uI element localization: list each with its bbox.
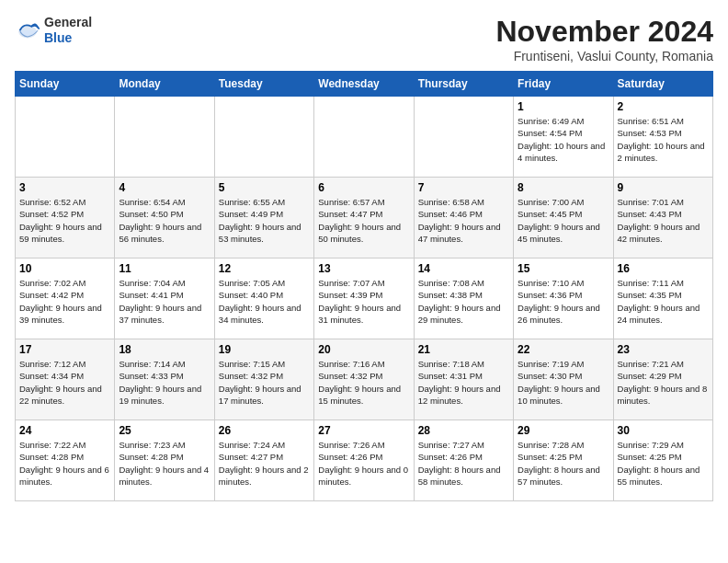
day-number: 25 bbox=[119, 424, 210, 437]
day-number: 5 bbox=[219, 181, 310, 194]
calendar-row: 24Sunrise: 7:22 AM Sunset: 4:28 PM Dayli… bbox=[16, 420, 713, 501]
weekday-header: Tuesday bbox=[214, 72, 313, 97]
day-info: Sunrise: 7:18 AM Sunset: 4:31 PM Dayligh… bbox=[418, 358, 509, 407]
calendar-cell: 2Sunrise: 6:51 AM Sunset: 4:53 PM Daylig… bbox=[613, 97, 712, 178]
day-number: 13 bbox=[318, 262, 409, 275]
day-info: Sunrise: 7:28 AM Sunset: 4:25 PM Dayligh… bbox=[518, 439, 609, 488]
day-number: 26 bbox=[219, 424, 310, 437]
day-info: Sunrise: 7:12 AM Sunset: 4:34 PM Dayligh… bbox=[19, 358, 110, 407]
day-number: 4 bbox=[119, 181, 210, 194]
day-number: 20 bbox=[318, 343, 409, 356]
page-header: General Blue November 2024 Fruntiseni, V… bbox=[15, 15, 713, 63]
day-number: 12 bbox=[219, 262, 310, 275]
calendar-cell: 8Sunrise: 7:00 AM Sunset: 4:45 PM Daylig… bbox=[514, 178, 613, 259]
calendar-row: 17Sunrise: 7:12 AM Sunset: 4:34 PM Dayli… bbox=[16, 339, 713, 420]
day-number: 28 bbox=[418, 424, 509, 437]
day-number: 19 bbox=[219, 343, 310, 356]
calendar-cell: 26Sunrise: 7:24 AM Sunset: 4:27 PM Dayli… bbox=[214, 420, 313, 501]
day-number: 9 bbox=[618, 181, 709, 194]
calendar-cell bbox=[16, 97, 115, 178]
weekday-header: Sunday bbox=[16, 72, 115, 97]
day-number: 11 bbox=[119, 262, 210, 275]
calendar-cell: 23Sunrise: 7:21 AM Sunset: 4:29 PM Dayli… bbox=[613, 339, 712, 420]
day-number: 10 bbox=[19, 262, 110, 275]
calendar-cell: 15Sunrise: 7:10 AM Sunset: 4:36 PM Dayli… bbox=[514, 259, 613, 339]
calendar-cell: 20Sunrise: 7:16 AM Sunset: 4:32 PM Dayli… bbox=[314, 339, 414, 420]
day-info: Sunrise: 6:54 AM Sunset: 4:50 PM Dayligh… bbox=[119, 196, 210, 245]
day-info: Sunrise: 7:26 AM Sunset: 4:26 PM Dayligh… bbox=[318, 439, 409, 488]
month-title: November 2024 bbox=[495, 15, 713, 49]
weekday-header: Saturday bbox=[613, 72, 712, 97]
calendar-cell: 11Sunrise: 7:04 AM Sunset: 4:41 PM Dayli… bbox=[115, 259, 214, 339]
weekday-header: Monday bbox=[115, 72, 214, 97]
day-number: 27 bbox=[318, 424, 409, 437]
title-block: November 2024 Fruntiseni, Vaslui County,… bbox=[495, 15, 713, 63]
day-number: 18 bbox=[119, 343, 210, 356]
calendar-cell: 27Sunrise: 7:26 AM Sunset: 4:26 PM Dayli… bbox=[314, 420, 414, 501]
day-info: Sunrise: 7:11 AM Sunset: 4:35 PM Dayligh… bbox=[618, 277, 709, 326]
calendar-cell: 12Sunrise: 7:05 AM Sunset: 4:40 PM Dayli… bbox=[214, 259, 313, 339]
calendar-cell: 5Sunrise: 6:55 AM Sunset: 4:49 PM Daylig… bbox=[214, 178, 313, 259]
calendar-cell: 19Sunrise: 7:15 AM Sunset: 4:32 PM Dayli… bbox=[214, 339, 313, 420]
day-info: Sunrise: 7:21 AM Sunset: 4:29 PM Dayligh… bbox=[618, 358, 709, 407]
calendar-cell: 9Sunrise: 7:01 AM Sunset: 4:43 PM Daylig… bbox=[613, 178, 712, 259]
logo: General Blue bbox=[15, 15, 92, 46]
calendar-cell bbox=[115, 97, 214, 178]
day-info: Sunrise: 7:29 AM Sunset: 4:25 PM Dayligh… bbox=[618, 439, 709, 488]
calendar-cell: 24Sunrise: 7:22 AM Sunset: 4:28 PM Dayli… bbox=[16, 420, 115, 501]
weekday-header: Friday bbox=[514, 72, 613, 97]
calendar-cell bbox=[214, 97, 313, 178]
day-info: Sunrise: 6:58 AM Sunset: 4:46 PM Dayligh… bbox=[418, 196, 509, 245]
calendar-cell: 10Sunrise: 7:02 AM Sunset: 4:42 PM Dayli… bbox=[16, 259, 115, 339]
day-number: 30 bbox=[618, 424, 709, 437]
calendar-cell: 4Sunrise: 6:54 AM Sunset: 4:50 PM Daylig… bbox=[115, 178, 214, 259]
day-info: Sunrise: 7:15 AM Sunset: 4:32 PM Dayligh… bbox=[219, 358, 310, 407]
calendar-cell: 21Sunrise: 7:18 AM Sunset: 4:31 PM Dayli… bbox=[414, 339, 513, 420]
calendar-cell: 7Sunrise: 6:58 AM Sunset: 4:46 PM Daylig… bbox=[414, 178, 513, 259]
calendar-cell bbox=[314, 97, 414, 178]
day-info: Sunrise: 7:23 AM Sunset: 4:28 PM Dayligh… bbox=[119, 439, 210, 488]
day-number: 16 bbox=[618, 262, 709, 275]
calendar-cell: 18Sunrise: 7:14 AM Sunset: 4:33 PM Dayli… bbox=[115, 339, 214, 420]
calendar-cell: 6Sunrise: 6:57 AM Sunset: 4:47 PM Daylig… bbox=[314, 178, 414, 259]
calendar-cell: 28Sunrise: 7:27 AM Sunset: 4:26 PM Dayli… bbox=[414, 420, 513, 501]
location: Fruntiseni, Vaslui County, Romania bbox=[495, 49, 713, 63]
day-info: Sunrise: 7:16 AM Sunset: 4:32 PM Dayligh… bbox=[318, 358, 409, 407]
day-number: 1 bbox=[518, 100, 609, 113]
day-info: Sunrise: 6:49 AM Sunset: 4:54 PM Dayligh… bbox=[518, 115, 609, 164]
day-info: Sunrise: 6:55 AM Sunset: 4:49 PM Dayligh… bbox=[219, 196, 310, 245]
day-number: 6 bbox=[318, 181, 409, 194]
day-info: Sunrise: 7:08 AM Sunset: 4:38 PM Dayligh… bbox=[418, 277, 509, 326]
calendar-cell: 13Sunrise: 7:07 AM Sunset: 4:39 PM Dayli… bbox=[314, 259, 414, 339]
day-info: Sunrise: 7:07 AM Sunset: 4:39 PM Dayligh… bbox=[318, 277, 409, 326]
logo-general: General bbox=[44, 15, 92, 29]
calendar-row: 3Sunrise: 6:52 AM Sunset: 4:52 PM Daylig… bbox=[16, 178, 713, 259]
logo-icon bbox=[15, 17, 40, 43]
day-info: Sunrise: 7:02 AM Sunset: 4:42 PM Dayligh… bbox=[19, 277, 110, 326]
day-number: 17 bbox=[19, 343, 110, 356]
calendar-cell bbox=[414, 97, 513, 178]
calendar-cell: 3Sunrise: 6:52 AM Sunset: 4:52 PM Daylig… bbox=[16, 178, 115, 259]
logo-text: General Blue bbox=[44, 15, 92, 46]
calendar-cell: 29Sunrise: 7:28 AM Sunset: 4:25 PM Dayli… bbox=[514, 420, 613, 501]
day-info: Sunrise: 7:00 AM Sunset: 4:45 PM Dayligh… bbox=[518, 196, 609, 245]
day-info: Sunrise: 7:10 AM Sunset: 4:36 PM Dayligh… bbox=[518, 277, 609, 326]
day-number: 21 bbox=[418, 343, 509, 356]
calendar-row: 10Sunrise: 7:02 AM Sunset: 4:42 PM Dayli… bbox=[16, 259, 713, 339]
day-info: Sunrise: 7:04 AM Sunset: 4:41 PM Dayligh… bbox=[119, 277, 210, 326]
day-number: 8 bbox=[518, 181, 609, 194]
day-number: 3 bbox=[19, 181, 110, 194]
calendar-cell: 16Sunrise: 7:11 AM Sunset: 4:35 PM Dayli… bbox=[613, 259, 712, 339]
day-number: 29 bbox=[518, 424, 609, 437]
day-number: 2 bbox=[618, 100, 709, 113]
day-info: Sunrise: 6:57 AM Sunset: 4:47 PM Dayligh… bbox=[318, 196, 409, 245]
day-number: 7 bbox=[418, 181, 509, 194]
day-number: 24 bbox=[19, 424, 110, 437]
day-info: Sunrise: 7:14 AM Sunset: 4:33 PM Dayligh… bbox=[119, 358, 210, 407]
calendar-header: SundayMondayTuesdayWednesdayThursdayFrid… bbox=[16, 72, 713, 97]
calendar-table: SundayMondayTuesdayWednesdayThursdayFrid… bbox=[15, 71, 713, 501]
calendar-cell: 1Sunrise: 6:49 AM Sunset: 4:54 PM Daylig… bbox=[514, 97, 613, 178]
day-number: 22 bbox=[518, 343, 609, 356]
weekday-header: Thursday bbox=[414, 72, 513, 97]
calendar-row: 1Sunrise: 6:49 AM Sunset: 4:54 PM Daylig… bbox=[16, 97, 713, 178]
